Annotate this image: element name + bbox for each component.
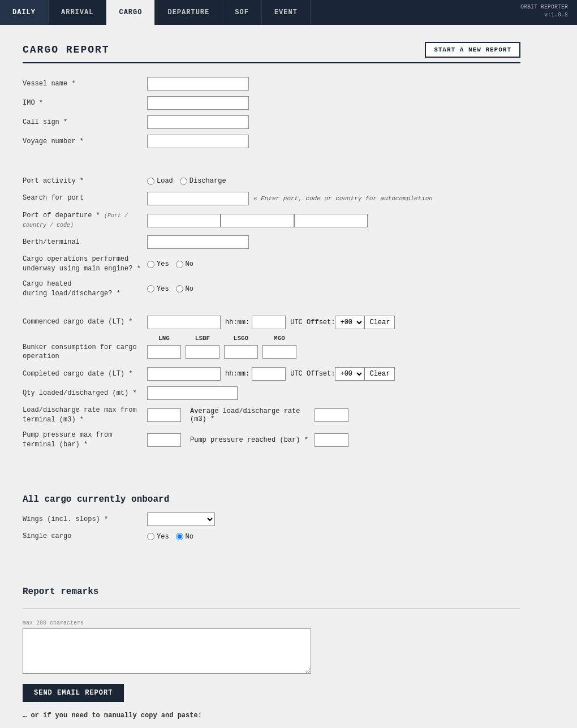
commenced-clear-button[interactable]: Clear bbox=[364, 316, 395, 329]
page-title: CARGO REPORT bbox=[23, 44, 110, 55]
bunker-lsbf-header: LSBF bbox=[186, 335, 219, 342]
pump-pressure-row: Pump pressure max from terminal (bar) * … bbox=[23, 430, 520, 450]
top-navigation: ORBIT REPORTER v:1.0.8 DAILY ARRIVAL CAR… bbox=[0, 0, 577, 25]
berth-terminal-row: Berth/terminal bbox=[23, 235, 520, 249]
completed-utc-offset-select[interactable]: +00 +01 +02 -01 -02 bbox=[335, 367, 364, 381]
avg-load-discharge-rate-input[interactable] bbox=[315, 408, 348, 422]
imo-label: IMO * bbox=[23, 98, 147, 108]
bunker-lng-input[interactable] bbox=[147, 345, 181, 359]
vessel-name-input[interactable] bbox=[147, 77, 249, 91]
bunker-inputs bbox=[147, 345, 296, 359]
completed-cargo-date-input[interactable] bbox=[147, 367, 221, 381]
autocomplete-hint: « Enter port, code or country for autoco… bbox=[253, 195, 433, 202]
cargo-heated-no-option[interactable]: No bbox=[176, 285, 193, 293]
commenced-hhmm-label: hh:mm: bbox=[225, 318, 249, 326]
remarks-divider bbox=[23, 608, 520, 609]
commenced-cargo-time-input[interactable] bbox=[252, 316, 286, 329]
port-activity-load-option[interactable]: Load bbox=[147, 177, 173, 185]
call-sign-input[interactable] bbox=[147, 115, 249, 129]
search-port-input[interactable] bbox=[147, 192, 249, 205]
call-sign-row: Call sign * bbox=[23, 115, 520, 129]
commenced-utc-offset-select[interactable]: +00 +01 +02 -01 -02 bbox=[335, 316, 364, 329]
wings-label: Wings (incl. slops) * bbox=[23, 515, 147, 524]
pump-pressure-max-input[interactable] bbox=[147, 433, 181, 447]
qty-loaded-row: Qty loaded/discharged (mt) * bbox=[23, 386, 520, 400]
voyage-number-input[interactable] bbox=[147, 135, 249, 148]
single-cargo-no-option[interactable]: No bbox=[176, 533, 193, 541]
start-new-report-button[interactable]: START A NEW REPORT bbox=[425, 42, 520, 58]
main-content: CARGO REPORT START A NEW REPORT Vessel n… bbox=[0, 25, 543, 728]
pump-pressure-max-label: Pump pressure max from terminal (bar) * bbox=[23, 430, 147, 450]
tab-arrival[interactable]: ARRIVAL bbox=[49, 0, 106, 25]
port-activity-label: Port activity * bbox=[23, 176, 147, 186]
completed-cargo-time-input[interactable] bbox=[252, 367, 286, 381]
port-activity-load-radio[interactable] bbox=[147, 178, 154, 185]
bunker-mgo-input[interactable] bbox=[262, 345, 296, 359]
port-departure-country-input[interactable] bbox=[221, 214, 294, 227]
port-activity-discharge-option[interactable]: Discharge bbox=[180, 177, 226, 185]
tab-event[interactable]: EVENT bbox=[262, 0, 311, 25]
voyage-number-label: Voyage number * bbox=[23, 137, 147, 147]
tab-departure[interactable]: DEPARTURE bbox=[155, 0, 222, 25]
utc-offset-label-2: UTC Offset: bbox=[290, 370, 335, 378]
tab-sof[interactable]: SOF bbox=[222, 0, 262, 25]
qty-loaded-label: Qty loaded/discharged (mt) * bbox=[23, 389, 147, 398]
port-departure-row: Port of departure * (Port / Country / Co… bbox=[23, 211, 520, 230]
avg-load-discharge-label: Average load/discharge rate (m3) * bbox=[190, 407, 315, 423]
completed-hhmm-label: hh:mm: bbox=[225, 370, 249, 378]
search-port-row: Search for port « Enter port, code or co… bbox=[23, 192, 520, 205]
bunker-lsgo-input[interactable] bbox=[224, 345, 258, 359]
pump-pressure-reached-label: Pump pressure reached (bar) * bbox=[190, 436, 315, 444]
cargo-ops-no-option[interactable]: No bbox=[176, 260, 193, 268]
copy-paste-section: … or if you need to manually copy and pa… bbox=[23, 710, 520, 728]
single-cargo-yes-option[interactable]: Yes bbox=[147, 533, 169, 541]
cargo-heated-yes-radio[interactable] bbox=[147, 285, 154, 292]
commenced-cargo-date-row: Commenced cargo date (LT) * hh:mm: UTC O… bbox=[23, 316, 520, 329]
cargo-ops-no-radio[interactable] bbox=[176, 261, 183, 268]
port-departure-code-input[interactable] bbox=[294, 214, 368, 227]
all-cargo-title: All cargo currently onboard bbox=[23, 494, 520, 505]
single-cargo-yes-radio[interactable] bbox=[147, 533, 154, 540]
pump-pressure-reached-input[interactable] bbox=[315, 433, 348, 447]
cargo-ops-label: Cargo operations performed underway usin… bbox=[23, 255, 147, 274]
single-cargo-no-radio[interactable] bbox=[176, 533, 183, 540]
report-remarks-textarea[interactable] bbox=[23, 628, 311, 674]
commenced-cargo-date-input[interactable] bbox=[147, 316, 221, 329]
tab-daily[interactable]: DAILY bbox=[0, 0, 49, 25]
single-cargo-label: Single cargo bbox=[23, 532, 147, 541]
cargo-heated-yes-option[interactable]: Yes bbox=[147, 285, 169, 293]
bunker-lng-header: LNG bbox=[147, 335, 181, 342]
berth-terminal-input[interactable] bbox=[147, 235, 249, 249]
send-email-report-button[interactable]: SEND EMAIL REPORT bbox=[23, 684, 124, 702]
load-discharge-rate-max-input[interactable] bbox=[147, 408, 181, 422]
berth-terminal-label: Berth/terminal bbox=[23, 238, 147, 247]
qty-loaded-input[interactable] bbox=[147, 386, 238, 400]
cargo-heated-radio-group: Yes No bbox=[147, 285, 193, 293]
search-port-label: Search for port bbox=[23, 193, 147, 203]
wings-select[interactable] bbox=[147, 512, 215, 526]
cargo-ops-yes-radio[interactable] bbox=[147, 261, 154, 268]
completed-cargo-date-row: Completed cargo date (LT) * hh:mm: UTC O… bbox=[23, 367, 520, 381]
port-activity-row: Port activity * Load Discharge bbox=[23, 176, 520, 186]
wings-row: Wings (incl. slops) * bbox=[23, 512, 520, 526]
imo-input[interactable] bbox=[147, 96, 249, 110]
commenced-cargo-date-label: Commenced cargo date (LT) * bbox=[23, 317, 147, 327]
cargo-ops-radio-group: Yes No bbox=[147, 260, 193, 268]
cargo-heated-no-radio[interactable] bbox=[176, 285, 183, 292]
bunker-lsbf-input[interactable] bbox=[186, 345, 219, 359]
port-departure-fields bbox=[147, 214, 368, 227]
cargo-ops-yes-option[interactable]: Yes bbox=[147, 260, 169, 268]
port-activity-radio-group: Load Discharge bbox=[147, 177, 226, 185]
completed-clear-button[interactable]: Clear bbox=[364, 367, 395, 381]
port-departure-port-input[interactable] bbox=[147, 214, 221, 227]
bunker-headers: LNG LSBF LSGO MGO bbox=[147, 335, 520, 342]
tab-cargo[interactable]: CARGO bbox=[106, 0, 155, 25]
port-activity-discharge-radio[interactable] bbox=[180, 178, 187, 185]
cargo-heated-row: Cargo heated during load/discharge? * Ye… bbox=[23, 279, 520, 299]
call-sign-label: Call sign * bbox=[23, 118, 147, 127]
port-departure-label: Port of departure * (Port / Country / Co… bbox=[23, 211, 147, 230]
section-header: CARGO REPORT START A NEW REPORT bbox=[23, 42, 520, 63]
single-cargo-row: Single cargo Yes No bbox=[23, 532, 520, 541]
voyage-number-row: Voyage number * bbox=[23, 135, 520, 148]
imo-row: IMO * bbox=[23, 96, 520, 110]
